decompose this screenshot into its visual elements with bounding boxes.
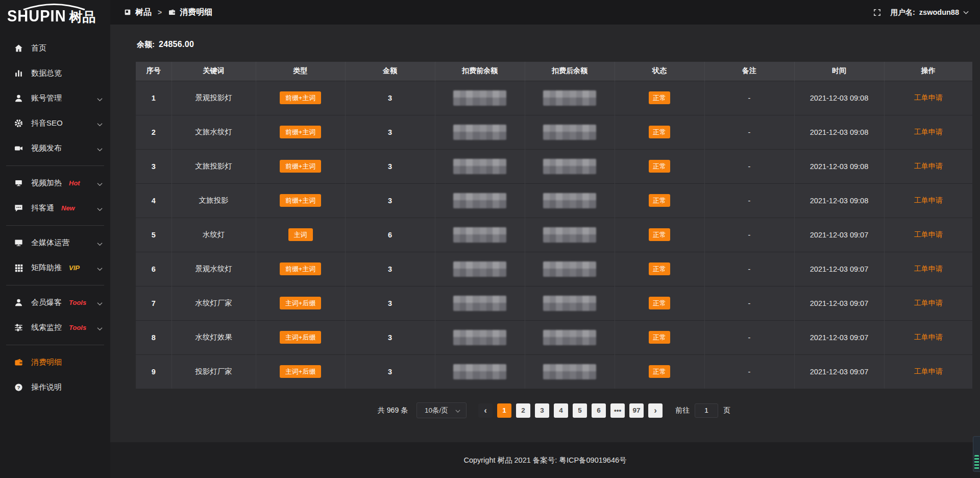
page-button-5[interactable]: 5 <box>573 403 587 418</box>
sidebar-item-9[interactable]: 矩阵助推VIP <box>0 255 110 280</box>
cell-keyword: 文旅水纹灯 <box>172 115 256 149</box>
work-order-link[interactable]: 工单申请 <box>914 230 943 238</box>
question-icon: ? <box>14 383 23 392</box>
sidebar-item-4[interactable]: 抖音SEO <box>0 111 110 136</box>
service-widget-stripes-icon <box>974 455 979 469</box>
cell-time: 2021-12-03 09:07 <box>794 354 884 389</box>
cell-keyword: 景观投影灯 <box>172 81 256 115</box>
page-button-3[interactable]: 3 <box>535 403 549 418</box>
cell-status: 正常 <box>615 252 704 286</box>
cell-amount: 6 <box>345 218 435 252</box>
cell-remark: - <box>704 320 794 354</box>
cell-action: 工单申请 <box>884 115 972 149</box>
fullscreen-icon[interactable] <box>873 8 881 17</box>
cell-remark: - <box>704 354 794 389</box>
sidebar-item-6[interactable]: 视频加热Hot <box>0 171 110 196</box>
page-size-select[interactable]: 10条/页 <box>416 402 467 418</box>
cell-remark: - <box>704 183 794 218</box>
page-size-value: 10条/页 <box>425 406 448 415</box>
cell-action: 工单申请 <box>884 354 972 389</box>
side-service-widget[interactable] <box>973 436 980 472</box>
cell-status: 正常 <box>615 286 704 320</box>
sidebar-item-13[interactable]: ?操作说明 <box>0 375 110 400</box>
work-order-link[interactable]: 工单申请 <box>914 162 943 170</box>
screen-icon <box>14 178 23 188</box>
type-badge: 前缀+主词 <box>280 160 322 173</box>
sidebar-item-12[interactable]: 消费明细 <box>0 350 110 375</box>
sidebar-item-1[interactable]: 首页 <box>0 36 110 61</box>
balance-line: 余额:24856.00 <box>137 40 972 50</box>
cell-time: 2021-12-03 09:08 <box>794 115 884 149</box>
work-order-link[interactable]: 工单申请 <box>914 367 943 375</box>
page-button-4[interactable]: 4 <box>554 403 568 418</box>
sidebar-divider <box>6 285 104 285</box>
user-menu[interactable]: 用户名: zswodun88 <box>891 8 969 17</box>
type-badge: 前缀+主词 <box>280 91 322 104</box>
sidebar-item-label: 抖音SEO <box>31 118 63 128</box>
work-order-link[interactable]: 工单申请 <box>914 333 943 341</box>
cell-balance-before <box>435 252 525 286</box>
table-row: 5水纹灯主词6正常-2021-12-03 09:07工单申请 <box>136 218 972 252</box>
user-icon <box>14 93 23 103</box>
cell-balance-before <box>435 149 525 183</box>
cell-balance-after <box>525 320 615 354</box>
table-row: 3文旅投影灯前缀+主词3正常-2021-12-03 09:08工单申请 <box>136 149 972 183</box>
sidebar-item-8[interactable]: 全媒体运营 <box>0 230 110 255</box>
sidebar-item-3[interactable]: 账号管理 <box>0 86 110 111</box>
next-page-button[interactable]: › <box>648 403 663 418</box>
cell-action: 工单申请 <box>884 81 972 115</box>
page-button-97[interactable]: 97 <box>629 403 644 418</box>
sidebar-item-label: 视频加热 <box>31 178 62 188</box>
prev-page-button[interactable]: ‹ <box>478 403 493 418</box>
sidebar-item-label: 首页 <box>31 43 46 53</box>
cell-action: 工单申请 <box>884 320 972 354</box>
table-header-row: 序号关键词类型金额扣费前余额扣费后余额状态备注时间操作 <box>136 62 972 81</box>
username-value: zswodun88 <box>919 8 959 16</box>
work-order-link[interactable]: 工单申请 <box>914 128 943 136</box>
sidebar-item-11[interactable]: 线索监控Tools <box>0 315 110 340</box>
sidebar-item-label: 账号管理 <box>31 93 62 103</box>
chevron-down-icon <box>97 204 103 212</box>
masked-value <box>543 159 596 174</box>
sidebar-item-label: 线索监控 <box>31 323 62 332</box>
work-order-link[interactable]: 工单申请 <box>914 93 943 102</box>
cell-action: 工单申请 <box>884 149 972 183</box>
status-badge: 正常 <box>649 160 670 173</box>
goto-page-input[interactable] <box>695 403 718 418</box>
gear-icon <box>14 118 23 128</box>
sidebar-item-label: 会员爆客 <box>31 298 62 307</box>
breadcrumb-item-1[interactable]: 树品 <box>124 7 152 18</box>
work-order-link[interactable]: 工单申请 <box>914 196 943 204</box>
cell-amount: 3 <box>345 81 435 115</box>
sidebar-item-7[interactable]: 抖客通New <box>0 196 110 221</box>
breadcrumb-item-2[interactable]: 消费明细 <box>168 7 212 18</box>
cell-time: 2021-12-03 09:08 <box>794 149 884 183</box>
page-button-2[interactable]: 2 <box>516 403 530 418</box>
masked-value <box>453 227 506 243</box>
page-button-6[interactable]: 6 <box>592 403 606 418</box>
cell-time: 2021-12-03 09:08 <box>794 183 884 218</box>
sidebar-item-10[interactable]: 会员爆客Tools <box>0 290 110 315</box>
masked-value <box>453 159 506 174</box>
cell-index: 3 <box>136 149 172 183</box>
sidebar-item-label: 数据总览 <box>31 68 62 78</box>
balance-value: 24856.00 <box>159 40 194 49</box>
cell-remark: - <box>704 81 794 115</box>
masked-value <box>453 261 506 277</box>
more-pages-button[interactable]: ••• <box>610 403 625 418</box>
page-button-1[interactable]: 1 <box>497 403 511 418</box>
cell-balance-after <box>525 149 615 183</box>
cell-type: 主词+后缀 <box>256 354 345 389</box>
status-badge: 正常 <box>649 297 670 309</box>
sidebar-item-5[interactable]: 视频发布 <box>0 136 110 161</box>
work-order-link[interactable]: 工单申请 <box>914 299 943 307</box>
status-badge: 正常 <box>649 365 670 378</box>
chevron-down-icon <box>97 179 103 187</box>
type-badge: 前缀+主词 <box>280 126 322 138</box>
member-icon <box>14 298 23 307</box>
cell-time: 2021-12-03 09:07 <box>794 218 884 252</box>
sidebar-item-2[interactable]: 数据总览 <box>0 61 110 86</box>
app-root: SHUPIN树品 首页数据总览账号管理抖音SEO视频发布视频加热Hot抖客通Ne… <box>0 0 980 478</box>
logo[interactable]: SHUPIN树品 <box>0 0 110 32</box>
work-order-link[interactable]: 工单申请 <box>914 265 943 273</box>
